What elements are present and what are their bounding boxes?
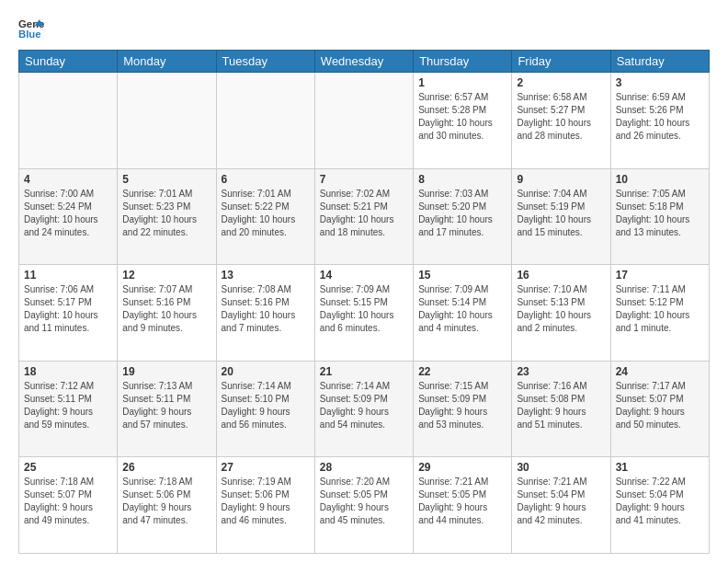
day-info: Sunrise: 7:07 AM Sunset: 5:16 PM Dayligh… — [122, 283, 210, 335]
day-number: 6 — [222, 173, 310, 186]
svg-text:Blue: Blue — [18, 29, 41, 40]
calendar-day-cell: 23Sunrise: 7:16 AM Sunset: 5:08 PM Dayli… — [512, 361, 610, 457]
day-info: Sunrise: 7:16 AM Sunset: 5:08 PM Dayligh… — [517, 380, 605, 431]
day-number: 21 — [320, 365, 408, 378]
calendar-day-cell: 27Sunrise: 7:19 AM Sunset: 5:06 PM Dayli… — [216, 457, 314, 554]
calendar-week-row: 18Sunrise: 7:12 AM Sunset: 5:11 PM Dayli… — [19, 361, 710, 457]
day-number: 23 — [517, 365, 605, 378]
calendar-day-cell: 10Sunrise: 7:05 AM Sunset: 5:18 PM Dayli… — [610, 168, 709, 265]
day-info: Sunrise: 6:57 AM Sunset: 5:28 PM Dayligh… — [418, 91, 506, 143]
calendar-week-row: 4Sunrise: 7:00 AM Sunset: 5:24 PM Daylig… — [19, 168, 710, 265]
day-info: Sunrise: 7:02 AM Sunset: 5:21 PM Dayligh… — [320, 188, 408, 239]
day-info: Sunrise: 7:09 AM Sunset: 5:15 PM Dayligh… — [320, 283, 408, 335]
calendar-day-cell: 24Sunrise: 7:17 AM Sunset: 5:07 PM Dayli… — [610, 361, 709, 457]
weekday-header-tuesday: Tuesday — [216, 51, 314, 73]
day-info: Sunrise: 7:18 AM Sunset: 5:07 PM Dayligh… — [24, 476, 112, 527]
day-info: Sunrise: 7:17 AM Sunset: 5:07 PM Dayligh… — [616, 380, 704, 431]
day-info: Sunrise: 7:19 AM Sunset: 5:06 PM Dayligh… — [222, 476, 310, 527]
calendar-day-cell: 2Sunrise: 6:58 AM Sunset: 5:27 PM Daylig… — [512, 73, 610, 169]
calendar-day-cell: 26Sunrise: 7:18 AM Sunset: 5:06 PM Dayli… — [118, 457, 216, 554]
logo: General Blue — [18, 15, 44, 40]
day-info: Sunrise: 7:14 AM Sunset: 5:10 PM Dayligh… — [222, 380, 310, 431]
day-number: 1 — [418, 76, 506, 89]
calendar-day-cell: 6Sunrise: 7:01 AM Sunset: 5:22 PM Daylig… — [216, 168, 314, 265]
calendar-day-cell: 20Sunrise: 7:14 AM Sunset: 5:10 PM Dayli… — [216, 361, 314, 457]
calendar-day-cell: 31Sunrise: 7:22 AM Sunset: 5:04 PM Dayli… — [610, 457, 709, 554]
calendar-day-cell: 14Sunrise: 7:09 AM Sunset: 5:15 PM Dayli… — [314, 265, 413, 362]
calendar-day-cell: 21Sunrise: 7:14 AM Sunset: 5:09 PM Dayli… — [314, 361, 413, 457]
weekday-header-friday: Friday — [512, 51, 610, 73]
calendar-day-cell: 18Sunrise: 7:12 AM Sunset: 5:11 PM Dayli… — [19, 361, 118, 457]
day-number: 4 — [24, 173, 112, 186]
calendar-day-cell: 4Sunrise: 7:00 AM Sunset: 5:24 PM Daylig… — [19, 168, 118, 265]
day-info: Sunrise: 6:58 AM Sunset: 5:27 PM Dayligh… — [517, 91, 605, 143]
day-info: Sunrise: 7:18 AM Sunset: 5:06 PM Dayligh… — [122, 476, 210, 527]
calendar-day-cell — [19, 73, 118, 169]
day-number: 16 — [517, 269, 605, 282]
calendar-day-cell: 8Sunrise: 7:03 AM Sunset: 5:20 PM Daylig… — [414, 168, 512, 265]
day-number: 25 — [24, 461, 112, 474]
day-number: 14 — [320, 269, 408, 282]
calendar-day-cell — [216, 73, 314, 169]
day-number: 22 — [418, 365, 506, 378]
day-number: 5 — [122, 173, 210, 186]
logo-icon: General Blue — [18, 15, 44, 40]
calendar-day-cell: 29Sunrise: 7:21 AM Sunset: 5:05 PM Dayli… — [414, 457, 512, 554]
calendar-day-cell: 16Sunrise: 7:10 AM Sunset: 5:13 PM Dayli… — [512, 265, 610, 362]
day-info: Sunrise: 7:11 AM Sunset: 5:12 PM Dayligh… — [616, 283, 704, 335]
day-info: Sunrise: 7:01 AM Sunset: 5:23 PM Dayligh… — [122, 188, 210, 239]
calendar-day-cell: 30Sunrise: 7:21 AM Sunset: 5:04 PM Dayli… — [512, 457, 610, 554]
day-info: Sunrise: 7:00 AM Sunset: 5:24 PM Dayligh… — [24, 188, 112, 239]
calendar-day-cell: 9Sunrise: 7:04 AM Sunset: 5:19 PM Daylig… — [512, 168, 610, 265]
day-number: 28 — [320, 461, 408, 474]
calendar-week-row: 11Sunrise: 7:06 AM Sunset: 5:17 PM Dayli… — [19, 265, 710, 362]
day-number: 17 — [616, 269, 704, 282]
day-number: 7 — [320, 173, 408, 186]
weekday-header-saturday: Saturday — [610, 51, 709, 73]
calendar-day-cell — [118, 73, 216, 169]
calendar-day-cell: 13Sunrise: 7:08 AM Sunset: 5:16 PM Dayli… — [216, 265, 314, 362]
day-info: Sunrise: 7:13 AM Sunset: 5:11 PM Dayligh… — [122, 380, 210, 431]
calendar-day-cell: 25Sunrise: 7:18 AM Sunset: 5:07 PM Dayli… — [19, 457, 118, 554]
calendar-week-row: 1Sunrise: 6:57 AM Sunset: 5:28 PM Daylig… — [19, 73, 710, 169]
calendar-day-cell — [314, 73, 413, 169]
calendar-day-cell: 3Sunrise: 6:59 AM Sunset: 5:26 PM Daylig… — [610, 73, 709, 169]
day-info: Sunrise: 6:59 AM Sunset: 5:26 PM Dayligh… — [616, 91, 704, 143]
day-info: Sunrise: 7:04 AM Sunset: 5:19 PM Dayligh… — [517, 188, 605, 239]
day-info: Sunrise: 7:03 AM Sunset: 5:20 PM Dayligh… — [418, 188, 506, 239]
weekday-header-sunday: Sunday — [19, 51, 118, 73]
day-info: Sunrise: 7:09 AM Sunset: 5:14 PM Dayligh… — [418, 283, 506, 335]
weekday-header-wednesday: Wednesday — [314, 51, 413, 73]
calendar-table: SundayMondayTuesdayWednesdayThursdayFrid… — [18, 50, 710, 554]
day-info: Sunrise: 7:21 AM Sunset: 5:05 PM Dayligh… — [418, 476, 506, 527]
day-info: Sunrise: 7:12 AM Sunset: 5:11 PM Dayligh… — [24, 380, 112, 431]
day-number: 8 — [418, 173, 506, 186]
day-number: 20 — [222, 365, 310, 378]
calendar-day-cell: 11Sunrise: 7:06 AM Sunset: 5:17 PM Dayli… — [19, 265, 118, 362]
day-info: Sunrise: 7:14 AM Sunset: 5:09 PM Dayligh… — [320, 380, 408, 431]
day-number: 2 — [517, 76, 605, 89]
day-info: Sunrise: 7:08 AM Sunset: 5:16 PM Dayligh… — [222, 283, 310, 335]
header: General Blue — [18, 15, 710, 40]
day-number: 11 — [24, 269, 112, 282]
weekday-header-thursday: Thursday — [414, 51, 512, 73]
day-info: Sunrise: 7:06 AM Sunset: 5:17 PM Dayligh… — [24, 283, 112, 335]
calendar-day-cell: 22Sunrise: 7:15 AM Sunset: 5:09 PM Dayli… — [414, 361, 512, 457]
calendar-day-cell: 7Sunrise: 7:02 AM Sunset: 5:21 PM Daylig… — [314, 168, 413, 265]
day-number: 29 — [418, 461, 506, 474]
day-number: 10 — [616, 173, 704, 186]
day-info: Sunrise: 7:15 AM Sunset: 5:09 PM Dayligh… — [418, 380, 506, 431]
page: General Blue SundayMondayTuesdayWednesda… — [0, 0, 728, 563]
day-number: 15 — [418, 269, 506, 282]
day-number: 18 — [24, 365, 112, 378]
day-info: Sunrise: 7:10 AM Sunset: 5:13 PM Dayligh… — [517, 283, 605, 335]
calendar-day-cell: 1Sunrise: 6:57 AM Sunset: 5:28 PM Daylig… — [414, 73, 512, 169]
day-number: 9 — [517, 173, 605, 186]
calendar-day-cell: 28Sunrise: 7:20 AM Sunset: 5:05 PM Dayli… — [314, 457, 413, 554]
day-number: 30 — [517, 461, 605, 474]
day-info: Sunrise: 7:21 AM Sunset: 5:04 PM Dayligh… — [517, 476, 605, 527]
weekday-header-row: SundayMondayTuesdayWednesdayThursdayFrid… — [19, 51, 710, 73]
day-info: Sunrise: 7:05 AM Sunset: 5:18 PM Dayligh… — [616, 188, 704, 239]
day-info: Sunrise: 7:01 AM Sunset: 5:22 PM Dayligh… — [222, 188, 310, 239]
day-number: 19 — [122, 365, 210, 378]
